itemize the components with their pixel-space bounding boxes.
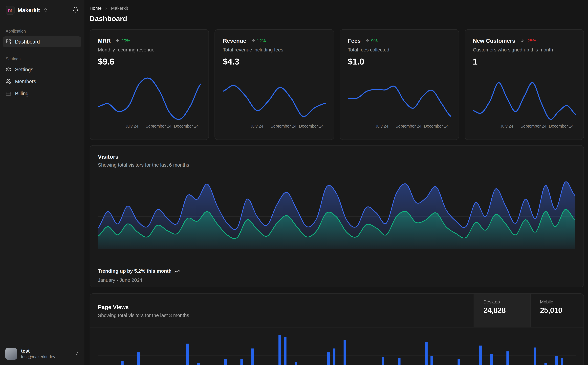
user-email: test@makerkit.dev	[21, 355, 55, 359]
stat-subtitle: Total fees collected	[348, 47, 451, 52]
chevrons-up-down-icon	[43, 8, 48, 12]
user-meta: test test@makerkit.dev	[21, 348, 55, 359]
page-views-bar-chart	[98, 329, 576, 365]
x-axis-ticks: July 24 September 24 December 24	[98, 124, 201, 130]
notifications-bell-icon[interactable]	[72, 7, 79, 14]
trend-badge: 9%	[366, 38, 378, 43]
sidebar-item-settings[interactable]: Settings	[3, 64, 81, 75]
new-customers-sparkline-chart	[473, 76, 576, 126]
arrow-up-icon	[366, 39, 370, 43]
sidebar-item-label: Members	[15, 79, 36, 84]
visitors-panel: Visitors Showing total visitors for the …	[90, 145, 584, 287]
page-views-header: Page Views Showing total visitors for th…	[90, 294, 583, 327]
stat-card-new-customers: New Customers -25% Customers who signed …	[465, 29, 584, 140]
page-title: Dashboard	[90, 14, 584, 23]
stat-title: Revenue	[223, 38, 246, 44]
visitors-area-chart	[98, 177, 575, 249]
visitors-title: Visitors	[98, 153, 576, 160]
sidebar-item-label: Settings	[15, 67, 33, 72]
nav-section-settings: Settings	[3, 56, 81, 61]
arrow-up-icon	[116, 39, 120, 43]
stat-cards-row: MRR 20% Monthly recurring revenue $9.6 J…	[90, 29, 584, 140]
breadcrumb-current: Makerkit	[111, 6, 128, 11]
sidebar-item-members[interactable]: Members	[3, 76, 81, 87]
sidebar-nav: Application Dashboard Settings Settings	[0, 29, 84, 100]
stat-title: MRR	[98, 38, 111, 44]
arrow-down-icon	[520, 39, 524, 43]
user-name: test	[21, 348, 55, 354]
stat-value: $4.3	[223, 56, 326, 67]
x-axis-ticks: July 24 September 24 December 24	[473, 124, 576, 130]
sidebar-item-dashboard[interactable]: Dashboard	[3, 36, 81, 47]
device-toggle: Desktop 24,828 Mobile 25,010	[474, 294, 583, 327]
stat-card-mrr: MRR 20% Monthly recurring revenue $9.6 J…	[90, 29, 209, 140]
workspace-name: Makerkit	[18, 7, 40, 13]
stat-value: $1.0	[348, 56, 451, 67]
device-toggle-desktop[interactable]: Desktop 24,828	[474, 294, 530, 327]
device-label: Mobile	[540, 299, 583, 305]
dashboard-icon	[6, 39, 11, 45]
sidebar-item-label: Dashboard	[15, 39, 40, 45]
device-label: Desktop	[483, 299, 530, 305]
workspace-switcher[interactable]: m Makerkit	[0, 0, 84, 18]
page-views-panel: Page Views Showing total visitors for th…	[90, 293, 584, 365]
brand-logo: m	[6, 6, 14, 14]
stat-title: Fees	[348, 38, 361, 44]
stat-subtitle: Monthly recurring revenue	[98, 47, 201, 52]
main-content: Home Makerkit Dashboard MRR 20% Monthly …	[84, 0, 588, 365]
chevrons-up-down-icon	[75, 351, 79, 356]
visitors-subtitle: Showing total visitors for the last 6 mo…	[98, 162, 576, 168]
x-axis-ticks: July 24 September 24 December 24	[223, 124, 326, 130]
gear-icon	[6, 67, 11, 72]
user-avatar	[5, 348, 17, 360]
nav-spacer	[3, 48, 81, 56]
trending-up-icon	[174, 268, 180, 274]
arrow-up-icon	[251, 39, 255, 43]
fees-sparkline-chart	[348, 76, 451, 126]
x-axis-ticks: July 24 September 24 December 24	[348, 124, 451, 130]
trend-badge: 12%	[251, 38, 266, 43]
breadcrumb-home[interactable]: Home	[90, 6, 102, 11]
revenue-sparkline-chart	[223, 76, 326, 126]
device-value: 25,010	[540, 306, 583, 315]
visitors-footer: Trending up by 5.2% this month January -…	[98, 268, 180, 283]
device-toggle-mobile[interactable]: Mobile 25,010	[530, 294, 583, 327]
page-views-subtitle: Showing total visitors for the last 3 mo…	[98, 313, 474, 318]
credit-card-icon	[6, 91, 11, 97]
app-window: m Makerkit Application Dashboard Setting…	[0, 0, 588, 365]
breadcrumb: Home Makerkit	[90, 4, 584, 11]
nav-section-application: Application	[3, 29, 81, 33]
stat-subtitle: Total revenue including fees	[223, 47, 326, 52]
mrr-sparkline-chart	[98, 76, 201, 126]
sidebar-item-label: Billing	[15, 91, 29, 97]
user-menu[interactable]: test test@makerkit.dev	[0, 343, 84, 365]
sidebar-item-billing[interactable]: Billing	[3, 88, 81, 99]
trend-badge: -25%	[520, 38, 536, 43]
stat-card-fees: Fees 9% Total fees collected $1.0 July 2…	[339, 29, 459, 140]
stat-value: 1	[473, 56, 576, 67]
visitors-trend-text: Trending up by 5.2% this month	[98, 268, 172, 274]
users-icon	[6, 79, 11, 84]
page-views-title: Page Views	[98, 304, 474, 310]
stat-card-revenue: Revenue 12% Total revenue including fees…	[214, 29, 334, 140]
visitors-date-range: January - June 2024	[98, 277, 180, 283]
stat-title: New Customers	[473, 38, 515, 44]
device-value: 24,828	[483, 306, 530, 315]
stat-subtitle: Customers who signed up this month	[473, 47, 576, 52]
trend-badge: 20%	[116, 38, 130, 43]
chevron-right-icon	[104, 6, 108, 10]
stat-value: $9.6	[98, 56, 201, 67]
sidebar: m Makerkit Application Dashboard Setting…	[0, 0, 84, 365]
